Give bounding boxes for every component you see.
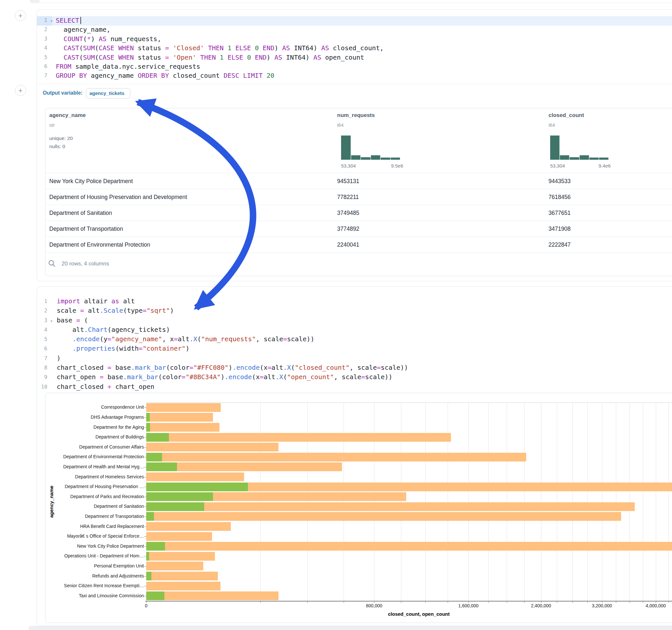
column-type: str [49,122,55,128]
y-axis-tick [144,596,146,596]
bar-closed-count [146,572,218,580]
bar-open-count [146,423,150,432]
column-header[interactable]: num_requests [337,112,375,119]
y-axis-label: Department of Environmental Protection [37,454,144,459]
table-body: New York City Police Department945313194… [45,173,672,252]
code-line[interactable]: ) [57,354,408,363]
code-line[interactable]: CAST(SUM(CASE WHEN status = 'Closed' THE… [56,43,384,52]
bar-open-count [146,492,213,501]
gridline [469,403,469,601]
table-row[interactable]: Department of Environmental Protection22… [45,237,672,253]
table-row[interactable]: New York City Police Department945313194… [45,173,672,189]
y-axis-tick [144,428,146,428]
code-line[interactable]: alt.Chart(agency_tickets) [57,325,408,335]
code-line[interactable]: agency_name, [56,25,384,34]
add-cell-button[interactable]: + [15,85,26,96]
code-line[interactable]: chart_open = base.mark_bar(color="#8BC34… [57,372,408,382]
table-cell-closed_count: 3471908 [549,225,571,232]
bar-closed-count [146,433,451,442]
bar-closed-count [146,423,219,432]
table-cell-agency_name: Department of Environmental Protection [49,241,150,248]
y-axis-tick [144,497,146,497]
histogram-bar [381,158,390,160]
line-number: 9 [37,372,52,382]
table-cell-closed_count: 2222847 [549,241,571,248]
code-line[interactable]: base = ( [57,316,408,325]
y-axis-tick [144,467,146,467]
line-number: 3∨ [37,316,52,325]
y-axis-tick [144,566,146,566]
gridline [307,403,308,601]
code-line[interactable]: import altair as alt [57,296,408,306]
add-cell-button[interactable]: + [15,10,26,21]
fold-chevron-icon[interactable]: ∨ [50,17,52,26]
bar-open-count [146,572,151,580]
x-axis-label: 1,600,000 [446,603,491,608]
y-axis-label: Department of Buildings [37,434,144,439]
gridline [629,403,630,601]
y-axis-tick [144,516,146,517]
bar-closed-count [146,562,203,571]
section-divider [37,84,672,84]
table-cell-closed_count: 7618456 [549,193,571,200]
column-histogram [550,136,608,160]
column-histogram [341,136,400,160]
table-row-count: 20 rows, 4 columns [62,261,109,267]
bar-open-count [146,542,165,551]
y-axis-label: Correspondence Unit [37,405,144,410]
table-cell-closed_count: 3677651 [549,209,571,216]
code-line[interactable]: chart_closed = base.mark_bar(color="#FFC… [57,363,408,372]
column-stat-unique: unique: 20 [49,136,73,141]
code-line[interactable]: SELECT [56,16,384,25]
y-axis-label: Department of Health and Mental Hyg… [37,464,144,469]
column-header[interactable]: closed_count [549,112,584,119]
code-line[interactable]: .encode(y="agency_name", x=alt.X("num_re… [57,335,408,344]
table-cell-num_requests: 7782211 [337,193,359,200]
code-line[interactable]: COUNT(*) AS num_requests, [56,34,384,43]
x-axis-label: 0 [123,603,169,608]
line-number: 6 [37,344,52,353]
table-cell-num_requests: 3774892 [337,225,359,232]
bar-chart-plot [146,403,672,601]
code-line[interactable]: CAST(SUM(CASE WHEN status = 'Open' THEN … [56,53,384,62]
gridline [587,403,588,601]
line-number: 4 [37,325,52,335]
python-editor[interactable]: import altair as altscale = alt.Scale(ty… [57,296,408,391]
code-line[interactable]: GROUP BY agency_name ORDER BY closed_cou… [56,71,384,80]
sql-editor[interactable]: SELECT agency_name, COUNT(*) AS num_requ… [56,16,384,80]
next-cell-collapsed-bar[interactable] [28,626,672,630]
gridline [488,403,488,601]
line-number: 2 [37,25,52,34]
fold-chevron-icon[interactable]: ∨ [50,316,52,326]
y-axis-label: Department of Homeless Services [37,474,144,479]
gridline [541,403,542,601]
column-stat-nulls: nulls: 0 [49,144,65,149]
table-row[interactable]: Department of Housing Preservation and D… [45,189,672,205]
y-axis-tick [144,547,146,547]
cell-divider [31,3,672,3]
table-row[interactable]: Department of Sanitation37494853677651 [45,205,672,221]
line-number: 3 [37,34,52,43]
code-line[interactable]: scale = alt.Scale(type="sqrt") [57,306,408,315]
search-icon[interactable] [48,260,56,267]
bar-open-count [146,462,177,471]
y-axis-tick [144,447,146,447]
table-cell-agency_name: Department of Transportation [49,225,123,232]
x-axis-line [145,601,672,602]
code-line[interactable]: chart_closed + chart_open [57,382,408,391]
bar-closed-count [146,591,279,600]
bar-open-count [146,502,204,511]
bar-closed-count [146,542,672,551]
line-number: 1 [37,296,52,306]
output-variable-pill[interactable]: agency_tickets [86,88,130,98]
gridline [524,403,525,601]
bar-open-count [146,453,162,461]
bar-closed-count [146,453,526,461]
table-row[interactable]: Department of Transportation377489234719… [45,221,672,237]
table-cell-num_requests: 2240041 [337,241,359,248]
column-header[interactable]: agency_name [49,112,86,119]
bar-closed-count [146,522,231,531]
code-line[interactable]: .properties(width="container") [57,344,408,353]
code-line[interactable]: FROM sample_data.nyc.service_requests [56,62,384,71]
gridline [507,403,507,601]
